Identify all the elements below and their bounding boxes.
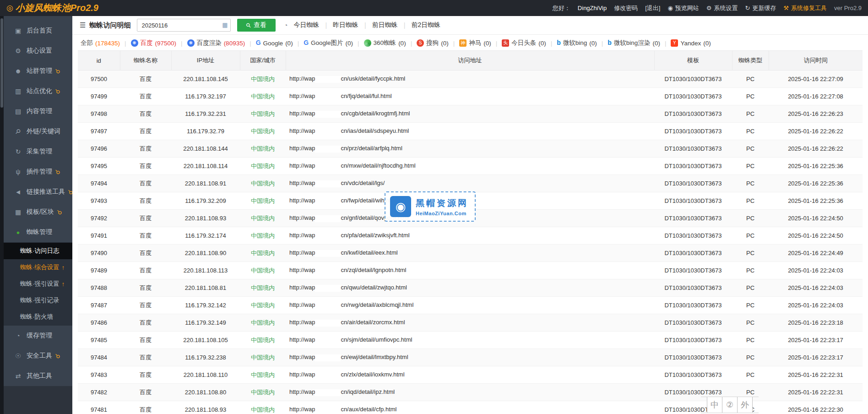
day-link-2[interactable]: 前日蜘蛛 (372, 21, 398, 29)
cell-visit-time: 2025-01-16 22:25:36 (769, 158, 863, 175)
sidebar-item-label: 蜘蛛管理 (27, 228, 52, 236)
censored-domain (315, 146, 341, 153)
sidebar-item-label: 链接推送工具 (27, 188, 65, 196)
system-settings-link[interactable]: ⚙ 系统设置 (706, 4, 738, 12)
sidebar-item-templates[interactable]: ▦模板/区块⚲ (0, 202, 72, 222)
url-prefix: http://wap (289, 406, 315, 413)
app-window: ◎ 小旋风蜘蛛池Pro2.9 您好： DingZhiVip 修改密码 [退出] … (0, 0, 868, 414)
cell-ip: 220.181.108.93 (171, 401, 240, 414)
cell-spider-name: 百度 (120, 105, 171, 123)
filter-baidu[interactable]: ❋百度(97500) (131, 39, 177, 47)
cell-region: 中国境内 (240, 140, 286, 158)
sidebar-item-site-optimize[interactable]: ▥站点优化⚲ (0, 81, 72, 101)
update-cache-link[interactable]: ↻ 更新缓存 (745, 4, 776, 12)
filter-yandex[interactable]: YYandex(0) (671, 39, 711, 47)
filter-label: 百度 (141, 39, 153, 47)
cell-spider-type: PC (732, 245, 769, 262)
bing-icon: b (608, 39, 612, 47)
date-input[interactable] (137, 19, 231, 32)
cell-ip: 116.179.32.231 (171, 105, 240, 123)
sidebar-scrollbar[interactable] (0, 16, 4, 414)
sidebar-subitem-general-settings[interactable]: 蜘蛛·综合设置↑ (0, 259, 72, 276)
cell-spider-name: 百度 (120, 245, 171, 262)
filter-baidu-render[interactable]: ❋百度渲染(80935) (187, 39, 245, 47)
censored-domain (315, 198, 341, 205)
watermark-title: 黑帽资源网 (416, 197, 468, 209)
cell-visit-url: http://wapcn/air/detail/zorcmx.html (286, 314, 654, 332)
censored-domain (315, 250, 341, 257)
sidebar-item-home[interactable]: ▣后台首页 (0, 21, 72, 41)
sidebar-subitem-force-records[interactable]: 蜘蛛·强引记录 (0, 292, 72, 309)
url-suffix: cn/vdc/detail/lgs/ (341, 180, 385, 186)
sidebar-item-link-push[interactable]: ◀链接推送工具⚲ (0, 182, 72, 202)
table-row: 97486百度116.179.32.149中国境内http://wapcn/ai… (78, 314, 863, 332)
sidebar-item-label: 采集管理 (27, 147, 52, 156)
day-link-0[interactable]: 今日蜘蛛 (293, 21, 319, 29)
cell-id: 97486 (78, 314, 120, 332)
cell-visit-url: http://wapcn/ewj/detail/lmxtbpy.html (286, 349, 654, 366)
sidebar-item-other-tools[interactable]: ⇄其他工具 (0, 366, 72, 386)
view-button-label: 查看 (254, 21, 266, 29)
filter-sogou[interactable]: S搜狗(0) (417, 39, 449, 47)
url-suffix: cn/air/detail/zorcmx.html (341, 319, 405, 326)
logout-link[interactable]: [退出] (645, 4, 660, 12)
sidebar-item-collect[interactable]: ↻采集管理 (0, 142, 72, 162)
filter-count: (0) (652, 40, 660, 47)
filter-bing[interactable]: b微软bing(0) (557, 39, 597, 47)
day-link-1[interactable]: 昨日蜘蛛 (333, 21, 358, 29)
cell-spider-type: PC (732, 210, 769, 227)
table-row: 97491百度116.179.32.174中国境内http://wapcn/pf… (78, 227, 863, 245)
sidebar-item-spider[interactable]: ●蜘蛛管理 (0, 222, 72, 242)
filter-google-image[interactable]: GGoogle图片(0) (304, 39, 353, 47)
calendar-icon[interactable]: ▦ (222, 22, 228, 28)
censored-domain (315, 372, 341, 379)
filter-bing-render[interactable]: b微软bing渲染(0) (608, 39, 660, 47)
cell-template: DT1030/1030DT3673 (654, 227, 732, 245)
grid-icon: ▦ (14, 208, 22, 216)
sidebar-subitem-firewall[interactable]: 蜘蛛·防火墙 (0, 309, 72, 325)
cell-id: 97492 (78, 210, 120, 227)
sidebar-subitem-force-settings[interactable]: 蜘蛛·强引设置↑ (0, 276, 72, 292)
change-password-link[interactable]: 修改密码 (614, 4, 638, 12)
filter-google[interactable]: GGoogle(0) (256, 39, 293, 47)
sidebar-item-cache[interactable]: ◔缓存管理 (0, 326, 72, 346)
sidebar-item-site-group[interactable]: ☻站群管理⚲ (0, 61, 72, 81)
filter-all[interactable]: 全部(178435) (81, 39, 120, 47)
sidebar-item-links-keywords[interactable]: ⚲外链/关键词 (0, 121, 72, 142)
sidebar-item-label: 内容管理 (27, 107, 52, 115)
preview-site-link[interactable]: ◉ 预览网站 (667, 4, 699, 12)
cell-visit-url: http://wapcn/aux/detail/cfp.html (286, 401, 654, 414)
table-row: 97499百度116.179.32.197中国境内http://wapcn/fj… (78, 88, 863, 105)
repair-tool-link[interactable]: ⚒ 系统修复工具 (783, 4, 827, 12)
filter-toutiao[interactable]: 头今日头条(0) (502, 39, 546, 47)
cell-id: 97489 (78, 262, 120, 279)
day-link-3[interactable]: 前2日蜘蛛 (411, 21, 440, 29)
sidebar-item-plugins[interactable]: ψ插件管理⚲ (0, 162, 72, 182)
360-icon (364, 39, 371, 47)
filter-shenma[interactable]: 神神马(0) (459, 39, 491, 47)
sidebar-scrollbar-thumb[interactable] (0, 18, 3, 108)
url-suffix: cn/zlx/detail/ioxkmv.html (341, 371, 404, 378)
cell-visit-url: http://wapcn/qwu/detail/zwjtqo.html (286, 279, 654, 297)
cell-region: 中国境内 (240, 88, 286, 105)
cell-spider-type: PC (732, 71, 769, 88)
sidebar-item-label: 缓存管理 (27, 332, 52, 340)
cell-spider-name: 百度 (120, 349, 171, 366)
cell-ip: 116.179.32.197 (171, 88, 240, 105)
cell-ip: 116.179.32.174 (171, 227, 240, 245)
day-links: ◔ 今日蜘蛛|昨日蜘蛛|前日蜘蛛|前2日蜘蛛 (284, 21, 440, 29)
sidebar-item-content[interactable]: ▤内容管理 (0, 101, 72, 121)
sidebar-subitem-visit-log[interactable]: 蜘蛛·访问日志 (0, 243, 72, 259)
sidebar-item-label: 核心设置 (27, 47, 52, 55)
view-button[interactable]: ⚲ 查看 (237, 19, 276, 32)
filter-360[interactable]: 360蜘蛛(0) (364, 39, 406, 47)
cell-template: DT1030/1030DT3673 (654, 279, 732, 297)
url-prefix: http://wap (289, 388, 315, 395)
cell-spider-type: PC (732, 366, 769, 384)
filter-count: (178435) (95, 40, 120, 47)
filter-count: (97500) (155, 40, 177, 47)
sidebar-item-security[interactable]: ☉安全工具⚲ (0, 346, 72, 366)
sidebar-item-core-settings[interactable]: ⚙核心设置 (0, 41, 72, 61)
cell-template: DT1030/1030DT3673 (654, 245, 732, 262)
table-wrap: id 蜘蛛名称 IP地址 国家/城市 访问地址 模板 蜘蛛类型 访问时间 975… (72, 50, 868, 414)
